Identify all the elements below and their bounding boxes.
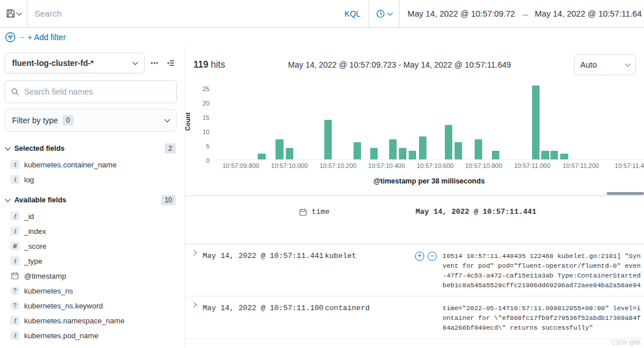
filter-out-value-icon[interactable]: − [428,252,437,261]
string-type-icon: t [10,160,20,169]
field-item-log[interactable]: t log [5,172,177,187]
filter-by-type-count-badge: 0 [63,115,73,126]
log-line: vent for pod" pod="fluent-operator/fluen… [443,261,644,271]
filter-by-type-label: Filter by type [12,116,58,125]
x-tick-label: 10:57:10.200 [320,162,356,169]
available-fields-header[interactable]: Available fields 10 [5,191,177,209]
field-item-timestamp[interactable]: @timestamp [5,268,177,283]
time-column-label[interactable]: time [312,208,329,216]
histogram-bar[interactable] [258,154,266,159]
field-name: kubernetes_ns.keyword [24,302,103,310]
histogram-interval-select[interactable]: Auto [574,54,636,75]
histogram-bar[interactable] [560,154,568,159]
histogram-bar[interactable] [370,148,378,159]
log-line: time="2022-05-14T10:57:11.099812955+08:0… [443,303,644,313]
histogram-bar[interactable] [286,148,294,159]
field-item-kubernetes-namespace-name[interactable]: t kubernetes.namespace_name [5,313,177,328]
field-item-kubernetes-container-name[interactable]: t kubernetes.container_name [5,157,177,172]
histogram-bar[interactable] [399,148,407,159]
date-range-picker: May 14, 2022 @ 10:57:09.72 → May 14, 202… [399,0,644,27]
chevron-down-icon [5,145,11,151]
histogram-bar[interactable] [409,151,417,159]
x-tick-label: 10:57:11.000 [514,162,550,169]
doc-time-cell: May 14, 2022 @ 10:57:11.100 [203,303,325,312]
date-range-start[interactable]: May 14, 2022 @ 10:57:09.72 [408,9,515,18]
histogram-bar[interactable] [419,136,427,159]
y-axis-title: Count [185,112,191,131]
calendar-icon [10,271,20,280]
time-column-value: May 14, 2022 @ 10:57:11.441 [416,208,537,216]
string-type-icon: t [10,331,20,340]
save-icon [6,9,15,18]
field-name: kubernetes.pod_name [24,331,98,340]
histogram-bar[interactable] [455,142,463,159]
expand-row-button[interactable] [185,303,203,307]
doc-row: May 14, 2022 @ 10:57:11.441 kubelet + − … [185,244,644,296]
histogram-bar[interactable] [541,151,549,159]
histogram-bar[interactable] [324,120,332,159]
saved-query-menu-button[interactable] [0,0,28,27]
add-filter-button[interactable]: + Add filter [28,33,66,42]
filter-bar: + Add filter [0,28,644,47]
query-bar [28,0,336,27]
field-item-index[interactable]: t _index [5,224,177,238]
doc-log-cell: I0514 10:57:11.440435 122468 kubelet.go:… [443,251,644,290]
selected-fields-header[interactable]: Selected fields 2 [5,140,177,157]
available-fields-label: Available fields [14,196,157,204]
y-tick-label: 20 [203,100,210,107]
y-tick-label: 15 [203,114,210,121]
boxes-horizontal-icon[interactable] [148,57,161,69]
histogram-bar[interactable] [492,151,500,159]
date-quick-select-button[interactable] [369,0,399,27]
histogram-chart: Count 0510152025 10:57:09.80010:57:10.00… [185,83,644,185]
expand-row-button[interactable] [185,251,203,255]
log-line: 84a266bf049ecd\" returns successfully" [443,323,644,333]
field-search-input[interactable] [24,87,170,96]
filter-for-value-icon[interactable]: + [415,252,424,261]
clock-icon [376,9,385,18]
histogram-bar[interactable] [550,151,558,159]
field-item-kubernetes-ns-keyword[interactable]: ? kubernetes_ns.keyword [5,298,177,313]
hits-count: 119 [193,60,208,69]
histogram-bar[interactable] [354,142,362,159]
horizontal-scrollbar[interactable] [607,192,644,195]
log-line: I0514 10:57:11.440435 122468 kubelet.go:… [443,251,644,261]
x-tick-label: 10:57:11.4 [615,162,644,169]
search-icon [11,88,20,96]
histogram-bar[interactable] [389,139,397,159]
search-input[interactable] [34,9,334,18]
chevron-down-icon [625,61,631,67]
selected-fields-label: Selected fields [14,144,160,153]
field-item-id[interactable]: t _id [5,209,177,224]
field-item-kubernetes-ns[interactable]: ? kubernetes_ns [5,283,177,298]
collapse-sidebar-icon[interactable] [164,57,177,69]
histogram-bar[interactable] [445,125,453,159]
x-tick-label: 10:57:09.800 [222,162,259,169]
kql-language-button[interactable]: KQL [336,0,369,27]
unknown-type-icon: ? [10,286,20,295]
doc-time-cell: May 14, 2022 @ 10:57:11.441 [203,251,325,260]
field-item-score[interactable]: # _score [5,238,177,253]
histogram-bar[interactable] [475,139,483,159]
log-line: ontainer for \"ef868fc17fb9f279536f52abd… [443,313,644,323]
doc-table-divider [185,195,644,196]
unknown-type-icon: ? [10,301,20,310]
date-range-end[interactable]: May 14, 2022 @ 10:57:11.64 [535,9,642,18]
histogram-bar[interactable] [276,139,284,159]
histogram-bar[interactable] [532,85,540,159]
watermark: CSDN @蜗 [611,339,641,347]
filter-by-type-button[interactable]: Filter by type 0 [5,109,177,132]
field-item-type[interactable]: t _type [5,253,177,268]
index-pattern-switcher[interactable]: fluent-log-cluster-fd-* [5,53,145,73]
top-navigation-bar: KQL May 14, 2022 @ 10:57:09.72 → May 14,… [0,0,644,28]
field-name: kubernetes.container_name [24,161,117,169]
string-type-icon: t [10,212,20,221]
field-item-kubernetes-pod-name[interactable]: t kubernetes.pod_name [5,328,177,343]
y-axis-ticks: Count 0510152025 [185,83,214,160]
y-tick-label: 5 [206,143,210,150]
filter-options-icon[interactable] [5,32,16,43]
field-name: @timestamp [24,272,66,280]
x-tick-label: 10:57:10.000 [271,162,308,169]
field-name: kubernetes_ns [24,287,73,295]
field-name: kubernetes.namespace_name [24,316,125,325]
